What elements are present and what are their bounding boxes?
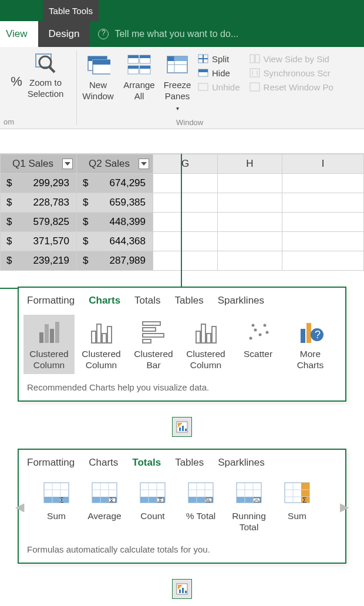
cell-q2[interactable]: $448,399 [77,213,153,232]
svg-rect-40 [143,322,160,325]
qa-tab-sparklines[interactable]: Sparklines [218,295,264,307]
cell-q2[interactable]: $674,295 [77,174,153,193]
cell-q1[interactable]: $371,570 [1,232,77,251]
hide-button[interactable]: Hide [196,66,242,80]
svg-rect-25 [198,83,208,90]
totals-sum-col[interactable]: Σ Sum [274,477,321,526]
cell-q1[interactable]: $228,783 [1,193,77,213]
svg-rect-54 [301,329,305,343]
cell-blank[interactable] [282,193,364,213]
filter-dropdown-icon[interactable] [62,159,73,169]
cell-q2[interactable]: $287,989 [77,251,153,271]
average-icon: x̄ [91,480,118,507]
qa-tab-formatting[interactable]: Formatting [27,457,75,469]
svg-rect-37 [97,324,101,343]
svg-text:?: ? [315,329,321,341]
svg-rect-47 [212,326,216,343]
cell-q1[interactable]: $239,219 [1,251,77,271]
svg-rect-59 [179,427,181,431]
view-side-by-side-button: View Side by Sid [247,52,336,66]
svg-rect-36 [92,331,96,343]
chart-more[interactable]: ? More Charts [285,315,336,374]
scatter-chart-icon [245,318,272,345]
svg-rect-44 [196,331,200,343]
unhide-button: Unhide [196,80,242,94]
qa-tab-charts[interactable]: Charts [89,295,120,307]
col-header-g[interactable]: G [153,154,218,174]
cell-blank[interactable] [282,251,364,271]
col-header-i[interactable]: I [282,154,364,174]
cell-q1[interactable]: $299,293 [1,174,77,193]
totals-sum-row[interactable]: Σ Sum [33,477,80,526]
qa-tab-formatting[interactable]: Formatting [27,295,75,307]
totals-pct-total[interactable]: % % Total [177,477,224,526]
zoom-pct-icon[interactable]: % [9,47,24,89]
arrange-all-label: Arrange All [123,80,154,102]
totals-count[interactable]: # Count [129,477,176,526]
cell-blank[interactable] [153,174,218,193]
col-header-q2[interactable]: Q2 Sales [77,154,153,174]
cell-blank[interactable] [153,251,218,271]
ribbon-tabs: View Design Tell me what you want to do.… [0,21,364,47]
totals-running-total[interactable]: Running Total [225,477,272,536]
cell-blank[interactable] [282,213,364,232]
cell-blank[interactable] [218,251,282,271]
svg-rect-17 [174,56,187,61]
col-header-q1[interactable]: Q1 Sales [1,154,77,174]
qa-tab-totals[interactable]: Totals [132,457,161,469]
cell-blank[interactable] [153,193,218,213]
tab-view[interactable]: View [0,21,38,47]
svg-rect-39 [107,326,112,343]
cell-blank[interactable] [218,213,282,232]
count-icon: # [139,480,166,507]
cell-blank[interactable] [218,193,282,213]
formula-bar[interactable] [0,129,364,154]
svg-point-50 [258,334,261,336]
scroll-right-icon[interactable]: ▶ [340,500,349,514]
cell-blank[interactable] [282,232,364,251]
qa-tab-totals[interactable]: Totals [134,295,160,307]
tellme-search[interactable]: Tell me what you want to do... [90,21,364,47]
quick-analysis-charts-panel: Formatting Charts Totals Tables Sparklin… [18,287,346,402]
sum-col-icon: Σ [284,480,311,507]
item-label: Running Total [232,511,266,533]
chart-scatter[interactable]: Scatter [232,315,284,363]
cell-blank[interactable] [282,174,364,193]
cell-q2[interactable]: $659,385 [77,193,153,213]
cell-blank[interactable] [153,232,218,251]
zoom-to-selection-button[interactable]: Zoom to Selection [24,47,68,100]
qa-tab-sparklines[interactable]: Sparklines [218,457,264,469]
qa-tab-tables[interactable]: Tables [175,457,204,469]
tab-design[interactable]: Design [38,21,90,47]
chart-clustered-column-3[interactable]: Clustered Column [180,315,231,374]
sheet-grid[interactable]: Q1 Sales Q2 Sales G H I $299,293$674,295… [0,154,364,271]
chart-clustered-column-1[interactable]: Clustered Column [23,315,75,374]
svg-rect-24 [198,69,208,72]
quick-analysis-badge-2[interactable] [172,579,192,599]
qa-tab-charts[interactable]: Charts [89,457,118,469]
new-window-button[interactable]: New Window [77,49,119,102]
cell-blank[interactable] [153,213,218,232]
scroll-left-icon[interactable]: ◀ [15,500,24,514]
cell-q2[interactable]: $644,368 [77,232,153,251]
freeze-panes-button[interactable]: Freeze Panes ▾ [159,49,196,113]
qa-tabs-totals: Formatting Charts Totals Tables Sparklin… [19,450,345,473]
cell-q1[interactable]: $579,825 [1,213,77,232]
cell-blank[interactable] [218,174,282,193]
filter-dropdown-icon[interactable] [139,159,149,169]
chart-clustered-bar[interactable]: Clustered Bar [128,315,179,374]
qa-tab-tables[interactable]: Tables [175,295,204,307]
quick-analysis-badge-1[interactable] [172,417,192,437]
split-button[interactable]: Split [196,52,242,66]
arrange-all-button[interactable]: Arrange All [119,49,159,102]
totals-average[interactable]: x̄ Average [81,477,128,526]
col-header-h[interactable]: H [218,154,282,174]
unhide-icon [198,82,208,92]
chart-clustered-column-2[interactable]: Clustered Column [76,315,127,374]
qa-totals-hint: Formulas automatically calculate totals … [19,540,345,563]
item-label: Scatter [244,349,272,360]
item-label: Average [87,511,121,522]
cell-blank[interactable] [218,232,282,251]
q2-label: Q2 Sales [89,158,130,169]
item-label: Clustered Bar [134,349,173,371]
